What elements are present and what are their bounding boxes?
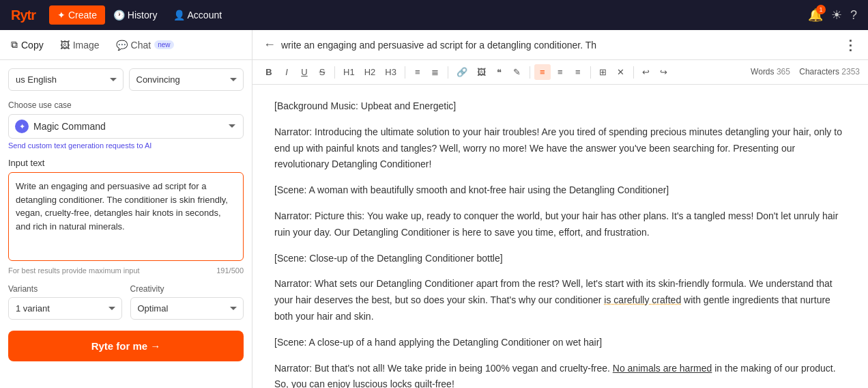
align-right-button[interactable]: ≡: [570, 64, 586, 80]
editor-paragraph: Narrator: But that's not all! We take pr…: [274, 361, 846, 388]
align-center-button[interactable]: ≡: [552, 64, 568, 80]
language-tone-row: us English UK English French Spanish Con…: [8, 68, 244, 91]
nav-right-icons: 🔔 1 ☀ ?: [808, 8, 857, 23]
creativity-group: Creativity Optimal High Max: [130, 284, 244, 320]
back-button[interactable]: ←: [263, 38, 276, 52]
use-case-icon: ✦: [15, 120, 29, 133]
formatted-text: No animals are harmed: [613, 363, 712, 374]
generate-button[interactable]: Ryte for me →: [8, 331, 244, 361]
tab-image[interactable]: 🖼 Image: [52, 34, 108, 56]
toolbar-sep-3: [448, 66, 448, 79]
more-options-button[interactable]: ⋮: [843, 37, 857, 53]
align-left-button[interactable]: ≡: [534, 64, 551, 80]
editor-paragraph: [Scene: Close-up of the Detangling Condi…: [274, 251, 846, 267]
chat-new-badge: new: [154, 40, 173, 49]
h2-button[interactable]: H2: [360, 64, 380, 80]
editor-paragraph: [Background Music: Upbeat and Energetic]: [274, 98, 846, 115]
formatted-text: is carefully crafted: [604, 294, 681, 305]
editor-paragraph: [Scene: A close-up of a hand applying th…: [274, 335, 846, 351]
left-sidebar: ⧉ Copy 🖼 Image 💬 Chat new us English UK …: [0, 30, 252, 388]
toolbar-sep-5: [590, 66, 591, 79]
toolbar-sep-6: [633, 66, 634, 79]
editor-paragraph: Narrator: Picture this: You wake up, rea…: [274, 208, 846, 241]
editor-title: write an engaging and persuasive ad scri…: [281, 40, 838, 51]
h3-button[interactable]: H3: [381, 64, 401, 80]
use-case-wrapper: ✦ Magic Command Blog Post Ad Copy: [8, 114, 244, 139]
editor-paragraph: [Scene: A woman with beautifully smooth …: [274, 182, 846, 199]
words-label: Words: [751, 67, 774, 77]
top-navigation: Rytr ✦ Create 🕐 History 👤 Account 🔔 1 ☀ …: [0, 0, 868, 30]
editor-header: ← write an engaging and persuasive ad sc…: [252, 30, 868, 60]
copy-icon: ⧉: [11, 39, 18, 51]
chars-count: 2353: [841, 67, 860, 77]
editor-toolbar: B I U S H1 H2 H3 ≡ ≣ 🔗 🖼 ❝ ✎ ≡ ≡ ≡ ⊞ ✕ ↩…: [252, 60, 868, 85]
create-nav-btn[interactable]: ✦ Create: [49, 5, 105, 25]
strikethrough-button[interactable]: S: [314, 64, 330, 80]
history-nav-btn[interactable]: 🕐 History: [105, 5, 165, 25]
main-layout: ⧉ Copy 🖼 Image 💬 Chat new us English UK …: [0, 30, 868, 388]
pen-button[interactable]: ✎: [509, 64, 525, 80]
input-count: 191/500: [216, 266, 244, 275]
italic-button[interactable]: I: [278, 64, 295, 80]
editor-paragraph: Narrator: What sets our Detangling Condi…: [274, 276, 846, 324]
help-btn[interactable]: ?: [850, 8, 857, 23]
toolbar-sep-2: [405, 66, 405, 79]
variants-group: Variants 1 variant 2 variants 3 variants: [8, 284, 122, 320]
tab-chat[interactable]: 💬 Chat new: [108, 34, 182, 56]
sidebar-tabs: ⧉ Copy 🖼 Image 💬 Chat new: [0, 30, 252, 60]
underline-button[interactable]: U: [296, 64, 313, 80]
bullet-list-button[interactable]: ≡: [409, 64, 426, 80]
words-count: 365: [777, 67, 790, 77]
toolbar-sep-4: [530, 66, 530, 79]
input-hint: For best results provide maximum input: [8, 266, 140, 275]
toolbar-sep-1: [334, 66, 335, 79]
table-button[interactable]: ⊞: [595, 64, 611, 80]
creativity-select[interactable]: Optimal High Max: [130, 297, 244, 320]
right-editor: ← write an engaging and persuasive ad sc…: [252, 30, 868, 388]
clear-format-button[interactable]: ✕: [613, 64, 629, 80]
notification-btn[interactable]: 🔔 1: [808, 8, 823, 23]
variants-select[interactable]: 1 variant 2 variants 3 variants: [8, 297, 122, 320]
redo-button[interactable]: ↪: [656, 64, 672, 80]
sidebar-content: us English UK English French Spanish Con…: [0, 60, 252, 388]
tab-copy[interactable]: ⧉ Copy: [3, 33, 52, 56]
quote-button[interactable]: ❝: [491, 64, 508, 80]
language-select[interactable]: us English UK English French Spanish: [8, 68, 124, 91]
link-button[interactable]: 🔗: [452, 64, 472, 80]
chars-label: Characters: [799, 67, 839, 77]
input-textarea[interactable]: Write an engaging and persuasive ad scri…: [8, 172, 244, 261]
editor-paragraph: Narrator: Introducing the ultimate solut…: [274, 124, 846, 173]
notification-badge: 1: [816, 5, 826, 14]
word-count: Words 365 Characters 2353: [751, 66, 860, 78]
use-case-select[interactable]: Magic Command Blog Post Ad Copy: [8, 114, 244, 139]
settings-btn[interactable]: ☀: [831, 8, 842, 23]
account-nav-btn[interactable]: 👤 Account: [165, 5, 230, 25]
creativity-label: Creativity: [130, 284, 244, 294]
use-case-hint: Send custom text generation requests to …: [8, 141, 244, 150]
h1-button[interactable]: H1: [339, 64, 359, 80]
bold-button[interactable]: B: [261, 64, 277, 80]
chat-icon: 💬: [116, 40, 128, 51]
numbered-list-button[interactable]: ≣: [427, 64, 444, 80]
logo: Rytr: [11, 8, 35, 23]
image-button[interactable]: 🖼: [473, 64, 490, 80]
image-icon: 🖼: [60, 40, 70, 51]
input-footer: For best results provide maximum input 1…: [8, 266, 244, 275]
editor-content[interactable]: [Background Music: Upbeat and Energetic]…: [252, 85, 868, 388]
use-case-label: Choose use case: [8, 100, 244, 110]
variants-label: Variants: [8, 284, 122, 294]
undo-button[interactable]: ↩: [638, 64, 654, 80]
options-row: Variants 1 variant 2 variants 3 variants…: [8, 284, 244, 320]
tone-select[interactable]: Convincing Formal Funny Casual: [129, 68, 244, 91]
input-text-label: Input text: [8, 158, 244, 168]
